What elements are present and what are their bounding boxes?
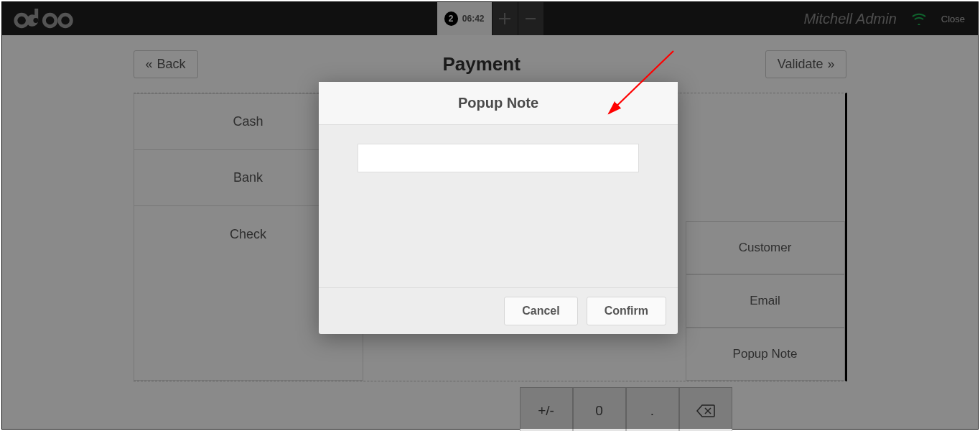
popup-footer: Cancel Confirm <box>319 287 678 334</box>
popup-note-modal: Popup Note Cancel Confirm <box>319 82 678 334</box>
popup-note-input[interactable] <box>358 144 639 172</box>
popup-title: Popup Note <box>319 82 678 125</box>
cancel-button[interactable]: Cancel <box>504 297 577 325</box>
confirm-button[interactable]: Confirm <box>587 297 666 325</box>
popup-body <box>319 125 678 287</box>
